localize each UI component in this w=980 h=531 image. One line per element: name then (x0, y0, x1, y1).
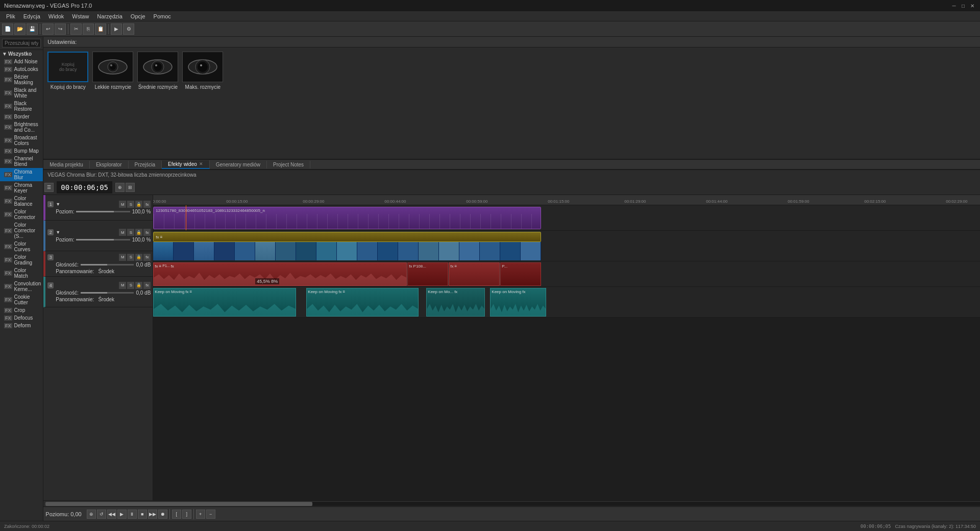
effect-border[interactable]: FXBorder (0, 113, 43, 120)
timeline-scrollbar[interactable] (43, 500, 980, 506)
effect-defocus[interactable]: FXDefocus (0, 314, 43, 322)
track-2-solo[interactable]: S (127, 229, 134, 236)
effect-color-corrector-s[interactable]: FXColor Corrector (S... (0, 221, 43, 240)
open-btn[interactable]: 📂 (14, 23, 26, 35)
track-4-lock[interactable]: 🔒 (135, 282, 142, 289)
effect-color-grading[interactable]: FXColor Grading (0, 253, 43, 267)
effect-color-curves[interactable]: FXColor Curves (0, 240, 43, 253)
track-1-solo[interactable]: S (127, 201, 134, 208)
track-3-fx[interactable]: fx (143, 254, 151, 261)
effect-bump-map[interactable]: FXBump Map (0, 147, 43, 155)
level-slider-1[interactable] (76, 211, 130, 212)
track-2-expand[interactable]: ▼ (56, 230, 60, 235)
tl-ctrl-btn-1[interactable]: ⊕ (115, 183, 125, 192)
level-slider-3[interactable] (81, 264, 134, 266)
track-4-solo[interactable]: S (127, 282, 134, 289)
preset-thumbnail-2[interactable] (137, 52, 178, 82)
effect-chroma-blur[interactable]: FXChroma Blur (0, 168, 43, 181)
tab-generatory[interactable]: Generatory mediów (210, 161, 267, 168)
stop-btn[interactable]: ■ (138, 510, 147, 519)
tl-ctrl-btn-2[interactable]: ⊞ (126, 183, 135, 192)
effect-black-white[interactable]: FXBlack and White (0, 86, 43, 100)
effect-brightness[interactable]: FXBrightness and Co... (0, 120, 43, 134)
maximize-btn[interactable]: □ (960, 2, 967, 9)
prev-frame[interactable]: ◀◀ (107, 510, 116, 519)
new-btn[interactable]: 📄 (2, 23, 13, 35)
menu-widok[interactable]: Widok (44, 13, 68, 19)
render-btn[interactable]: ▶ (111, 23, 122, 35)
effect-deform[interactable]: FXDeform (0, 322, 43, 329)
effect-black-restore[interactable]: FXBlack Restore (0, 100, 43, 113)
effect-cookie-cutter[interactable]: FXCookie Cutter (0, 293, 43, 306)
track-1-mute[interactable]: M (119, 201, 126, 208)
menu-edycja[interactable]: Edycja (19, 13, 44, 19)
loop-btn[interactable]: ↺ (97, 510, 106, 519)
effect-color-balance[interactable]: FXColor Balance (0, 195, 43, 208)
close-btn[interactable]: ✕ (969, 2, 976, 9)
track-4-fx[interactable]: fx (143, 282, 151, 289)
pause-btn[interactable]: ⏸ (128, 510, 137, 519)
cut-btn[interactable]: ✂ (70, 23, 82, 35)
trim-btn-2[interactable]: ] (182, 510, 191, 519)
level-slider-2[interactable] (76, 239, 130, 240)
preset-item-1[interactable]: Lekkie rozmycie (92, 52, 133, 90)
undo-btn[interactable]: ↩ (42, 23, 54, 35)
trim-btn[interactable]: [ (172, 510, 181, 519)
timeline-menu-btn[interactable]: ☰ (44, 183, 54, 192)
clip-4-b[interactable]: Keep on Movingfx≡ (306, 288, 419, 317)
effect-convolution[interactable]: FXConvolution Kerne... (0, 280, 43, 293)
track-3-solo[interactable]: S (127, 254, 134, 261)
play-btn[interactable]: ▶ (117, 510, 127, 519)
zoom-in[interactable]: + (196, 510, 205, 519)
redo-btn[interactable]: ↪ (55, 23, 66, 35)
effect-autolooks[interactable]: FXAutoLooks (0, 65, 43, 73)
effect-color-corrector[interactable]: FXColor Corrector (0, 208, 43, 221)
tab-efekty-wideo[interactable]: Efekty wideo ✕ (162, 160, 210, 169)
effect-add-noise[interactable]: FXAdd Noise (0, 58, 43, 65)
track-1-fx[interactable]: fx (143, 201, 151, 208)
preset-item-3[interactable]: Maks. rozmycie (182, 52, 223, 90)
clip-3-a[interactable]: fx≡P1...fx (153, 262, 407, 286)
next-frame[interactable]: ▶▶ (148, 510, 157, 519)
clip-3-b[interactable]: fxP108... (407, 262, 448, 286)
level-slider-4[interactable] (81, 292, 134, 294)
track-3-lock[interactable]: 🔒 (135, 254, 142, 261)
track-4-mute[interactable]: M (119, 282, 126, 289)
track-2-fx[interactable]: fx (143, 229, 151, 236)
tab-project-notes[interactable]: Project Notes (267, 161, 310, 168)
menu-narzedzia[interactable]: Narzędzia (93, 13, 127, 19)
clip-3-c[interactable]: fx≡ (449, 262, 500, 286)
clip-4-d[interactable]: Keep on Movingfx (490, 288, 546, 317)
copy-btn[interactable]: ⎘ (83, 23, 94, 35)
menu-opcje[interactable]: Opcje (127, 13, 150, 19)
minimize-btn[interactable]: ─ (950, 2, 958, 9)
save-btn[interactable]: 💾 (27, 23, 38, 35)
rec-btn[interactable]: ⏺ (158, 510, 167, 519)
search-input[interactable] (2, 39, 41, 47)
all-effects-item[interactable]: ▼ Wszystko (0, 50, 43, 58)
effect-broadcast[interactable]: FXBroadcast Colors (0, 134, 43, 147)
paste-btn[interactable]: 📋 (95, 23, 106, 35)
tab-media-projektu[interactable]: Media projektu (43, 161, 90, 168)
effect-channel-blend[interactable]: FXChannel Blend (0, 155, 43, 168)
effect-crop[interactable]: FXCrop (0, 306, 43, 314)
preset-item-2[interactable]: Średnie rozmycie (137, 52, 178, 90)
preset-item-0[interactable]: Kopiujdo bracy Kopiuj do bracy (47, 52, 88, 90)
tab-przejscia[interactable]: Przejścia (129, 161, 162, 168)
zoom-out[interactable]: − (206, 510, 215, 519)
scrollbar-thumb[interactable] (45, 502, 312, 506)
track-1-expand[interactable]: ▼ (56, 202, 60, 207)
menu-wstaw[interactable]: Wstaw (68, 13, 93, 19)
effect-bezier[interactable]: FXBézier Masking (0, 73, 43, 86)
track-1-lock[interactable]: 🔒 (135, 201, 142, 208)
track-2-lock[interactable]: 🔒 (135, 229, 142, 236)
track-3-mute[interactable]: M (119, 254, 126, 261)
clip-1-main[interactable]: 123051780_830304651052183_10891323332464… (153, 207, 541, 229)
clip-2-top[interactable]: fx ≡ (153, 232, 541, 242)
settings-btn[interactable]: ⚙ (123, 23, 134, 35)
preset-thumbnail-3[interactable] (182, 52, 223, 82)
preset-thumbnail-0[interactable]: Kopiujdo bracy (47, 52, 88, 82)
clip-4-a[interactable]: Keep on Movingfx≡ (153, 288, 296, 317)
clip-3-d[interactable]: P... (500, 262, 541, 286)
menu-plik[interactable]: Plik (2, 13, 19, 19)
